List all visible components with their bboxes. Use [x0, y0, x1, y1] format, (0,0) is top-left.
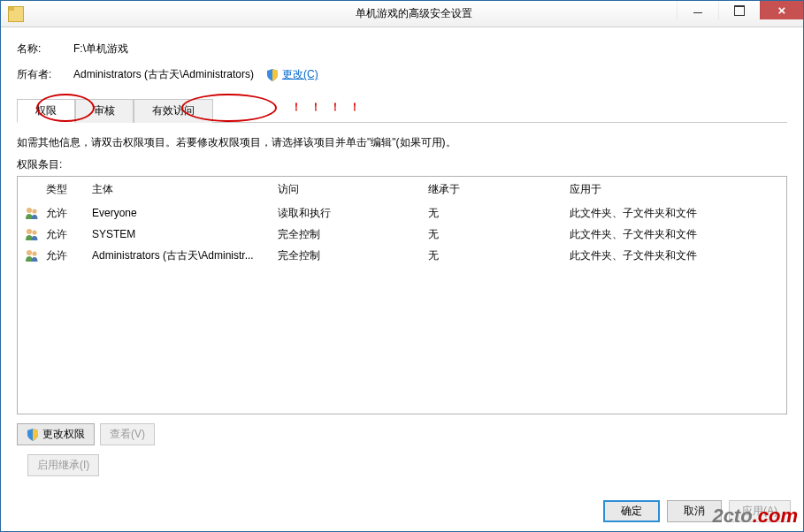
cell-type: 允许: [46, 248, 92, 263]
table-row[interactable]: 允许Everyone读取和执行无此文件夹、子文件夹和文件: [18, 202, 786, 224]
entries-label: 权限条目:: [17, 157, 787, 172]
tabs: 权限 审核 有效访问: [17, 98, 787, 123]
svg-point-1: [32, 209, 36, 213]
tab-effective-access[interactable]: 有效访问: [134, 99, 213, 123]
owner-label: 所有者:: [17, 67, 70, 82]
svg-point-5: [32, 251, 36, 255]
users-icon: [25, 228, 46, 241]
shield-icon: [27, 429, 39, 441]
cell-access: 完全控制: [278, 248, 428, 263]
col-applies[interactable]: 应用于: [570, 182, 779, 197]
content-area: 名称: F:\单机游戏 所有者: Administrators (古古天\Adm…: [1, 27, 803, 491]
cancel-button[interactable]: 取消: [667, 500, 722, 522]
cell-inherited: 无: [428, 206, 570, 221]
owner-value: Administrators (古古天\Administrators): [73, 67, 254, 82]
cell-principal: Everyone: [92, 207, 278, 219]
table-row[interactable]: 允许SYSTEM完全控制无此文件夹、子文件夹和文件: [18, 224, 786, 245]
users-icon: [25, 207, 46, 220]
cell-access: 完全控制: [278, 227, 428, 242]
col-principal[interactable]: 主体: [92, 182, 278, 197]
cell-applies: 此文件夹、子文件夹和文件: [570, 248, 779, 263]
users-icon: [25, 249, 46, 262]
svg-point-0: [27, 208, 32, 213]
svg-point-2: [27, 229, 32, 234]
svg-point-4: [27, 250, 32, 255]
name-label: 名称:: [17, 42, 70, 57]
ok-button[interactable]: 确定: [603, 500, 660, 522]
enable-inheritance-button: 启用继承(I): [27, 454, 99, 476]
advanced-security-window: 单机游戏的高级安全设置 × 名称: F:\单机游戏 所有者: Administr…: [0, 0, 804, 532]
view-button: 查看(V): [100, 423, 155, 445]
cell-access: 读取和执行: [278, 206, 428, 221]
svg-point-3: [32, 230, 36, 234]
cell-principal: Administrators (古古天\Administr...: [92, 248, 278, 263]
cell-type: 允许: [46, 206, 92, 221]
dialog-footer: 确定 取消 应用(A): [1, 491, 803, 531]
window-buttons: ×: [677, 1, 803, 19]
close-button[interactable]: ×: [760, 1, 803, 19]
tab-audit[interactable]: 审核: [75, 99, 134, 123]
apply-button: 应用(A): [729, 500, 791, 522]
list-header: 类型 主体 访问 继承于 应用于: [18, 177, 786, 202]
owner-row: 所有者: Administrators (古古天\Administrators)…: [17, 67, 787, 82]
tabs-container: 权限 审核 有效访问 ！！！！: [17, 98, 787, 123]
change-permissions-label: 更改权限: [42, 427, 85, 442]
cell-inherited: 无: [428, 227, 570, 242]
cell-inherited: 无: [428, 248, 570, 263]
cell-applies: 此文件夹、子文件夹和文件: [570, 206, 779, 221]
shield-icon: [266, 69, 279, 81]
maximize-button[interactable]: [718, 1, 760, 19]
cell-principal: SYSTEM: [92, 228, 278, 240]
col-inherited[interactable]: 继承于: [428, 182, 570, 197]
col-type[interactable]: 类型: [46, 182, 92, 197]
annotation-exclamations: ！！！！: [291, 100, 369, 115]
cell-type: 允许: [46, 227, 92, 242]
minimize-button[interactable]: [677, 1, 718, 19]
folder-icon: [8, 6, 24, 22]
name-value: F:\单机游戏: [73, 42, 128, 57]
cell-applies: 此文件夹、子文件夹和文件: [570, 227, 779, 242]
name-row: 名称: F:\单机游戏: [17, 42, 787, 57]
permission-entries-list[interactable]: 类型 主体 访问 继承于 应用于 允许Everyone读取和执行无此文件夹、子文…: [17, 176, 787, 414]
instruction-text: 如需其他信息，请双击权限项目。若要修改权限项目，请选择该项目并单击"编辑"(如果…: [17, 135, 787, 150]
inherit-row: 启用继承(I): [27, 454, 787, 476]
tab-permissions[interactable]: 权限: [17, 99, 75, 123]
action-buttons-row: 更改权限 查看(V): [17, 423, 787, 445]
col-access[interactable]: 访问: [278, 182, 428, 197]
titlebar[interactable]: 单机游戏的高级安全设置 ×: [1, 1, 803, 27]
change-owner-link[interactable]: 更改(C): [282, 67, 318, 82]
change-permissions-button[interactable]: 更改权限: [17, 423, 95, 445]
table-row[interactable]: 允许Administrators (古古天\Administr...完全控制无此…: [18, 245, 786, 266]
